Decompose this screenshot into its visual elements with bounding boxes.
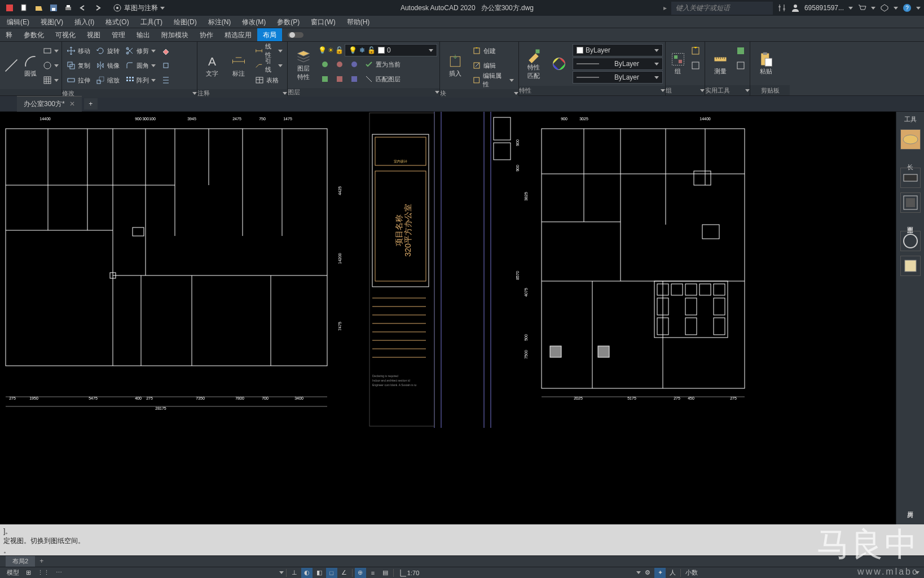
tpy-icon[interactable]: ▤ bbox=[380, 568, 391, 578]
layout-tab[interactable]: 布局2 bbox=[6, 556, 35, 567]
offset-button[interactable] bbox=[159, 73, 173, 87]
layer-tool[interactable] bbox=[347, 58, 361, 71]
layer-tool[interactable] bbox=[318, 58, 332, 71]
layer-dropdown[interactable]: 💡❄🔓 0 bbox=[345, 44, 437, 56]
explode-button[interactable] bbox=[159, 59, 173, 72]
user-icon[interactable] bbox=[791, 3, 800, 12]
edit-attr-button[interactable]: 编辑属性 bbox=[470, 73, 516, 87]
util-tool[interactable] bbox=[734, 59, 747, 72]
ribbon-tab-active[interactable]: 布局 bbox=[257, 28, 282, 41]
undo-button[interactable] bbox=[77, 2, 89, 14]
toggle-icon[interactable] bbox=[288, 31, 305, 39]
edit-block-button[interactable]: 编辑 bbox=[470, 59, 516, 72]
anno-icon[interactable]: ✦ bbox=[654, 568, 666, 578]
exchange-icon[interactable] bbox=[777, 3, 786, 12]
menu-edit[interactable]: 编辑(E) bbox=[1, 16, 35, 28]
menu-window[interactable]: 窗口(W) bbox=[305, 16, 341, 28]
menu-view[interactable]: 视图(V) bbox=[35, 16, 69, 28]
trim-button[interactable]: 修剪 bbox=[123, 44, 158, 58]
match-layer-button[interactable]: 匹配图层 bbox=[362, 72, 403, 86]
stretch-button[interactable]: 拉伸 bbox=[64, 73, 93, 87]
menu-format[interactable]: 格式(O) bbox=[100, 16, 134, 28]
ribbon-tab[interactable]: 协作 bbox=[194, 28, 219, 41]
text-button[interactable]: A文字 bbox=[200, 44, 225, 87]
polar-icon[interactable]: ◐ bbox=[301, 568, 313, 578]
tool-icon[interactable] bbox=[900, 168, 921, 188]
dyn-icon[interactable]: ⊕ bbox=[355, 568, 366, 578]
linear-button[interactable]: 线性 bbox=[253, 44, 285, 58]
user-name[interactable]: 695891597... bbox=[804, 4, 844, 12]
bulb-icon[interactable]: 💡 bbox=[318, 46, 327, 54]
tool-icon[interactable] bbox=[900, 231, 921, 251]
linetype-dropdown[interactable]: ByLayer bbox=[573, 71, 663, 84]
app-menu-button[interactable] bbox=[3, 2, 16, 14]
group-tool[interactable] bbox=[689, 44, 702, 58]
color-wheel-button[interactable] bbox=[547, 44, 572, 84]
layer-tool[interactable] bbox=[333, 58, 346, 71]
menu-tools[interactable]: 工具(T) bbox=[135, 16, 168, 28]
ribbon-tab[interactable]: 可视化 bbox=[50, 28, 81, 41]
menu-insert[interactable]: 插入(I) bbox=[69, 16, 100, 28]
anno-icon[interactable]: 人 bbox=[667, 568, 678, 578]
scale-button[interactable]: 缩放 bbox=[94, 73, 122, 87]
line-button[interactable] bbox=[2, 44, 20, 87]
save-button[interactable] bbox=[47, 2, 60, 14]
menu-param[interactable]: 参数(P) bbox=[271, 16, 305, 28]
new-button[interactable] bbox=[18, 2, 30, 14]
dim-button[interactable]: 标注 bbox=[226, 44, 252, 87]
mirror-button[interactable]: 镜像 bbox=[94, 59, 122, 72]
erase-button[interactable] bbox=[159, 44, 173, 58]
layer-tool[interactable] bbox=[347, 72, 361, 86]
ribbon-tab[interactable]: 释 bbox=[0, 28, 18, 41]
array-button[interactable]: 阵列 bbox=[123, 73, 158, 87]
drawing-canvas[interactable]: 14400 900 300 100 3945 2475 750 1475 275… bbox=[0, 112, 896, 524]
model-button[interactable]: 模型 bbox=[5, 568, 21, 578]
color-dropdown[interactable]: ByLayer bbox=[573, 44, 663, 56]
group-tool[interactable] bbox=[689, 59, 702, 72]
match-props-button[interactable]: 特性 匹配 bbox=[521, 44, 546, 84]
osnap-icon[interactable]: □ bbox=[326, 568, 337, 578]
fillet-button[interactable]: 圆角 bbox=[123, 59, 158, 72]
menu-modify[interactable]: 修改(M) bbox=[236, 16, 271, 28]
measure-button[interactable]: 测量 bbox=[707, 44, 733, 83]
set-current-button[interactable]: 置为当前 bbox=[362, 58, 403, 71]
group-button[interactable]: 组 bbox=[668, 44, 688, 83]
app-icon[interactable] bbox=[880, 3, 889, 12]
rotate-button[interactable]: 旋转 bbox=[94, 44, 122, 58]
print-button[interactable] bbox=[62, 2, 74, 14]
command-line[interactable]: ]。 定视图。切换到图纸空间。 。 bbox=[0, 524, 924, 555]
add-tab-button[interactable]: + bbox=[84, 98, 98, 110]
help-icon[interactable]: ? bbox=[903, 3, 912, 12]
grid-icon[interactable]: ⊞ bbox=[23, 568, 34, 578]
paste-button[interactable]: 粘贴 bbox=[753, 44, 780, 83]
ribbon-tab[interactable]: 精选应用 bbox=[219, 28, 257, 41]
insert-button[interactable]: 插入 bbox=[442, 44, 469, 87]
lock-icon[interactable]: 🔓 bbox=[335, 46, 344, 54]
gear-icon[interactable]: ⚙ bbox=[642, 568, 653, 578]
move-button[interactable]: 移动 bbox=[64, 44, 93, 58]
rect-button[interactable] bbox=[41, 44, 61, 58]
open-button[interactable] bbox=[33, 2, 45, 14]
create-block-button[interactable]: 创建 bbox=[470, 44, 516, 58]
menu-draw[interactable]: 绘图(D) bbox=[168, 16, 203, 28]
search-input[interactable]: 键入关键字或短语 bbox=[671, 2, 773, 15]
iso-icon[interactable]: ◧ bbox=[314, 568, 325, 578]
layer-props-button[interactable]: 图层 特性 bbox=[290, 44, 317, 86]
ribbon-tab[interactable]: 输出 bbox=[131, 28, 156, 41]
leader-button[interactable]: 引线 bbox=[253, 59, 285, 72]
menu-dim[interactable]: 标注(N) bbox=[203, 16, 237, 28]
layer-tool[interactable] bbox=[333, 72, 346, 86]
tool-palette-icon[interactable] bbox=[900, 129, 921, 150]
ribbon-tab[interactable]: 视图 bbox=[81, 28, 106, 41]
hatch-button[interactable] bbox=[41, 73, 61, 87]
workspace-selector[interactable]: 草图与注释 bbox=[108, 3, 169, 13]
cart-icon[interactable] bbox=[857, 3, 866, 12]
tool-icon[interactable] bbox=[900, 192, 921, 213]
lwt-icon[interactable]: ≡ bbox=[367, 568, 379, 578]
ortho-icon[interactable]: ⊥ bbox=[289, 568, 300, 578]
snap-icon[interactable]: ⋮⋮ bbox=[35, 568, 52, 578]
redo-button[interactable] bbox=[91, 2, 104, 14]
util-tool[interactable] bbox=[734, 44, 747, 58]
file-tab[interactable]: 办公室300方* ✕ bbox=[17, 96, 82, 112]
menu-help[interactable]: 帮助(H) bbox=[341, 16, 376, 28]
